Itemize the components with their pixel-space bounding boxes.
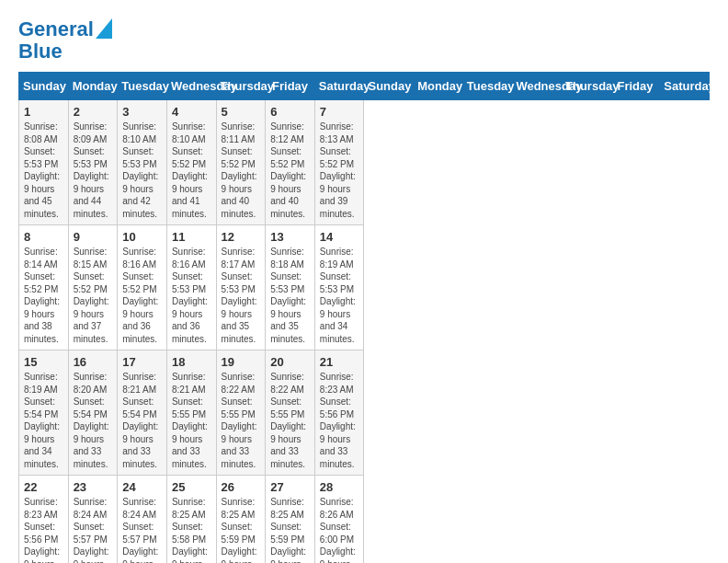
calendar-header-row: SundayMondayTuesdayWednesdayThursdayFrid… bbox=[19, 73, 710, 100]
day-info: Sunrise: 8:25 AMSunset: 5:59 PMDaylight:… bbox=[222, 496, 261, 563]
day-number: 14 bbox=[320, 230, 359, 244]
calendar-cell: 26Sunrise: 8:25 AMSunset: 5:59 PMDayligh… bbox=[216, 476, 266, 563]
calendar-cell: 24Sunrise: 8:24 AMSunset: 5:57 PMDayligh… bbox=[118, 476, 167, 563]
day-info: Sunrise: 8:09 AMSunset: 5:53 PMDaylight:… bbox=[74, 121, 113, 220]
day-info: Sunrise: 8:13 AMSunset: 5:52 PMDaylight:… bbox=[320, 121, 359, 220]
day-info: Sunrise: 8:12 AMSunset: 5:52 PMDaylight:… bbox=[270, 121, 310, 220]
col-header-saturday: Saturday bbox=[660, 73, 710, 100]
col-header-thursday: Thursday bbox=[562, 73, 611, 100]
day-number: 5 bbox=[222, 105, 261, 119]
day-info: Sunrise: 8:15 AMSunset: 5:52 PMDaylight:… bbox=[74, 246, 113, 345]
day-number: 26 bbox=[222, 480, 261, 494]
calendar-cell: 18Sunrise: 8:21 AMSunset: 5:55 PMDayligh… bbox=[166, 350, 216, 476]
calendar-cell: 9Sunrise: 8:15 AMSunset: 5:52 PMDaylight… bbox=[68, 225, 118, 350]
calendar-week-row: 8Sunrise: 8:14 AMSunset: 5:52 PMDaylight… bbox=[19, 225, 710, 350]
calendar-cell: 8Sunrise: 8:14 AMSunset: 5:52 PMDaylight… bbox=[19, 225, 69, 350]
calendar-cell: 4Sunrise: 8:10 AMSunset: 5:52 PMDaylight… bbox=[166, 100, 216, 225]
col-header-tuesday: Tuesday bbox=[462, 73, 512, 100]
day-number: 25 bbox=[172, 480, 211, 494]
day-number: 2 bbox=[74, 105, 113, 119]
day-number: 6 bbox=[270, 105, 310, 119]
day-number: 9 bbox=[74, 230, 113, 244]
calendar-cell: 17Sunrise: 8:21 AMSunset: 5:54 PMDayligh… bbox=[118, 350, 167, 476]
header-wednesday: Wednesday bbox=[166, 73, 216, 100]
calendar-week-row: 1Sunrise: 8:08 AMSunset: 5:53 PMDaylight… bbox=[19, 100, 710, 225]
calendar-cell: 7Sunrise: 8:13 AMSunset: 5:52 PMDaylight… bbox=[314, 100, 364, 225]
calendar-cell: 27Sunrise: 8:25 AMSunset: 5:59 PMDayligh… bbox=[266, 476, 315, 563]
header: General Blue bbox=[18, 18, 710, 63]
header-monday: Monday bbox=[68, 73, 118, 100]
calendar-cell: 23Sunrise: 8:24 AMSunset: 5:57 PMDayligh… bbox=[68, 476, 118, 563]
day-info: Sunrise: 8:24 AMSunset: 5:57 PMDaylight:… bbox=[122, 496, 162, 563]
day-info: Sunrise: 8:24 AMSunset: 5:57 PMDaylight:… bbox=[74, 496, 113, 563]
day-number: 16 bbox=[74, 355, 113, 369]
calendar-cell: 21Sunrise: 8:23 AMSunset: 5:56 PMDayligh… bbox=[314, 350, 364, 476]
col-header-wednesday: Wednesday bbox=[512, 73, 562, 100]
col-header-friday: Friday bbox=[610, 73, 660, 100]
day-number: 18 bbox=[172, 355, 211, 369]
day-info: Sunrise: 8:17 AMSunset: 5:53 PMDaylight:… bbox=[222, 246, 261, 345]
calendar-cell: 13Sunrise: 8:18 AMSunset: 5:53 PMDayligh… bbox=[266, 225, 315, 350]
day-number: 21 bbox=[320, 355, 359, 369]
calendar-cell: 22Sunrise: 8:23 AMSunset: 5:56 PMDayligh… bbox=[19, 476, 69, 563]
day-info: Sunrise: 8:22 AMSunset: 5:55 PMDaylight:… bbox=[222, 371, 261, 470]
day-info: Sunrise: 8:19 AMSunset: 5:53 PMDaylight:… bbox=[320, 246, 359, 345]
day-info: Sunrise: 8:25 AMSunset: 5:59 PMDaylight:… bbox=[270, 496, 310, 563]
day-info: Sunrise: 8:23 AMSunset: 5:56 PMDaylight:… bbox=[320, 371, 359, 470]
day-info: Sunrise: 8:21 AMSunset: 5:55 PMDaylight:… bbox=[172, 371, 211, 470]
day-number: 15 bbox=[24, 355, 63, 369]
day-number: 8 bbox=[24, 230, 63, 244]
calendar-cell: 20Sunrise: 8:22 AMSunset: 5:55 PMDayligh… bbox=[266, 350, 315, 476]
logo: General Blue bbox=[18, 18, 112, 63]
header-thursday: Thursday bbox=[216, 73, 266, 100]
day-number: 27 bbox=[270, 480, 310, 494]
col-header-monday: Monday bbox=[414, 73, 463, 100]
calendar-cell: 15Sunrise: 8:19 AMSunset: 5:54 PMDayligh… bbox=[19, 350, 69, 476]
calendar-cell: 19Sunrise: 8:22 AMSunset: 5:55 PMDayligh… bbox=[216, 350, 266, 476]
day-info: Sunrise: 8:11 AMSunset: 5:52 PMDaylight:… bbox=[222, 121, 261, 220]
calendar-week-row: 15Sunrise: 8:19 AMSunset: 5:54 PMDayligh… bbox=[19, 350, 710, 476]
day-info: Sunrise: 8:23 AMSunset: 5:56 PMDaylight:… bbox=[24, 496, 63, 563]
day-info: Sunrise: 8:14 AMSunset: 5:52 PMDaylight:… bbox=[24, 246, 63, 345]
calendar-cell: 14Sunrise: 8:19 AMSunset: 5:53 PMDayligh… bbox=[314, 225, 364, 350]
calendar-cell: 16Sunrise: 8:20 AMSunset: 5:54 PMDayligh… bbox=[68, 350, 118, 476]
day-number: 12 bbox=[222, 230, 261, 244]
calendar-table: SundayMondayTuesdayWednesdayThursdayFrid… bbox=[18, 72, 710, 563]
calendar-cell: 5Sunrise: 8:11 AMSunset: 5:52 PMDaylight… bbox=[216, 100, 266, 225]
day-info: Sunrise: 8:20 AMSunset: 5:54 PMDaylight:… bbox=[74, 371, 113, 470]
calendar-week-row: 22Sunrise: 8:23 AMSunset: 5:56 PMDayligh… bbox=[19, 476, 710, 563]
calendar-cell: 3Sunrise: 8:10 AMSunset: 5:53 PMDaylight… bbox=[118, 100, 167, 225]
day-info: Sunrise: 8:25 AMSunset: 5:58 PMDaylight:… bbox=[172, 496, 211, 563]
header-friday: Friday bbox=[266, 73, 315, 100]
day-info: Sunrise: 8:19 AMSunset: 5:54 PMDaylight:… bbox=[24, 371, 63, 470]
day-number: 28 bbox=[320, 480, 359, 494]
calendar-cell: 28Sunrise: 8:26 AMSunset: 6:00 PMDayligh… bbox=[314, 476, 364, 563]
calendar-cell: 6Sunrise: 8:12 AMSunset: 5:52 PMDaylight… bbox=[266, 100, 315, 225]
col-header-sunday: Sunday bbox=[364, 73, 414, 100]
calendar-cell: 10Sunrise: 8:16 AMSunset: 5:52 PMDayligh… bbox=[118, 225, 167, 350]
day-number: 22 bbox=[24, 480, 63, 494]
calendar-cell: 11Sunrise: 8:16 AMSunset: 5:53 PMDayligh… bbox=[166, 225, 216, 350]
day-info: Sunrise: 8:18 AMSunset: 5:53 PMDaylight:… bbox=[270, 246, 310, 345]
day-number: 1 bbox=[24, 105, 63, 119]
day-info: Sunrise: 8:16 AMSunset: 5:52 PMDaylight:… bbox=[122, 246, 162, 345]
calendar-cell: 2Sunrise: 8:09 AMSunset: 5:53 PMDaylight… bbox=[68, 100, 118, 225]
day-number: 3 bbox=[122, 105, 162, 119]
header-tuesday: Tuesday bbox=[118, 73, 167, 100]
day-number: 4 bbox=[172, 105, 211, 119]
calendar-cell: 12Sunrise: 8:17 AMSunset: 5:53 PMDayligh… bbox=[216, 225, 266, 350]
header-saturday: Saturday bbox=[314, 73, 364, 100]
day-number: 24 bbox=[122, 480, 162, 494]
day-info: Sunrise: 8:10 AMSunset: 5:53 PMDaylight:… bbox=[122, 121, 162, 220]
day-info: Sunrise: 8:26 AMSunset: 6:00 PMDaylight:… bbox=[320, 496, 359, 563]
day-number: 13 bbox=[270, 230, 310, 244]
day-info: Sunrise: 8:10 AMSunset: 5:52 PMDaylight:… bbox=[172, 121, 211, 220]
calendar-cell: 25Sunrise: 8:25 AMSunset: 5:58 PMDayligh… bbox=[166, 476, 216, 563]
svg-marker-0 bbox=[96, 18, 112, 39]
day-number: 10 bbox=[122, 230, 162, 244]
day-info: Sunrise: 8:21 AMSunset: 5:54 PMDaylight:… bbox=[122, 371, 162, 470]
day-number: 17 bbox=[122, 355, 162, 369]
day-info: Sunrise: 8:08 AMSunset: 5:53 PMDaylight:… bbox=[24, 121, 63, 220]
day-number: 23 bbox=[74, 480, 113, 494]
logo-blue-text: Blue bbox=[18, 40, 63, 63]
